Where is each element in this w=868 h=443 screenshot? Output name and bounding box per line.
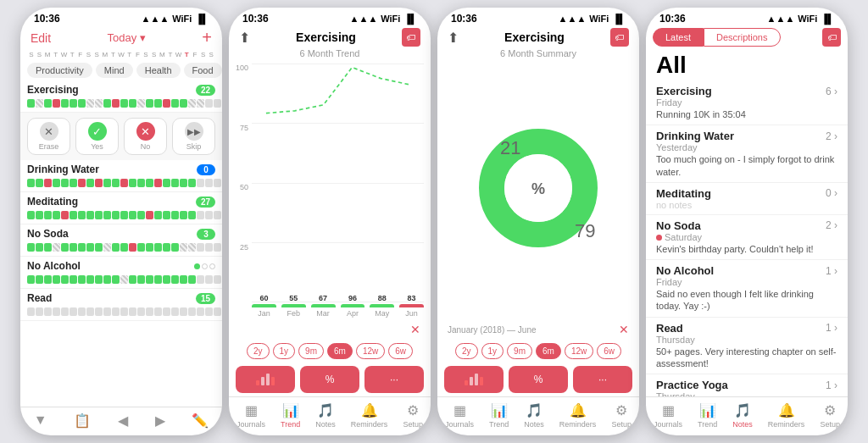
notes-page-title: All [646, 48, 848, 80]
more-button-3[interactable]: ··· [573, 366, 632, 393]
bar-jan: 60 Jan [252, 294, 276, 318]
close-button-2[interactable]: ✕ [410, 323, 420, 336]
skip-button[interactable]: ▶▶ Skip [172, 118, 215, 155]
tab-descriptions[interactable]: Descriptions [704, 28, 781, 47]
time-9m[interactable]: 9m [298, 343, 324, 359]
habit-read[interactable]: Read 15 [20, 289, 222, 321]
percent-button-3[interactable]: % [509, 366, 568, 393]
chart-controls-3: % ··· [437, 363, 639, 396]
habit-meditating[interactable]: Meditating 27 [20, 192, 222, 224]
phone-4: 10:36 ▲▲▲ WiFi ▐▌ Latest Descriptions 🏷 … [646, 8, 848, 435]
nav-reminders-3[interactable]: 🔔 Reminders [559, 402, 597, 429]
tag-button-3[interactable]: 🏷 [610, 28, 629, 47]
time-1y[interactable]: 1y [273, 343, 296, 359]
no-button[interactable]: ✕ No [124, 118, 167, 155]
phone-2: 10:36 ▲▲▲ WiFi ▐▌ ⬆ Exercising 🏷 6 Month… [229, 8, 431, 435]
time-9m-3[interactable]: 9m [507, 343, 532, 359]
time-12w-3[interactable]: 12w [565, 343, 593, 359]
bar-mar: 67 Mar [311, 294, 336, 318]
bar-chart-button[interactable] [236, 366, 295, 393]
skip-icon: ▶▶ [185, 122, 203, 141]
nav-journals-2[interactable]: ▦ Journals [236, 402, 265, 429]
nav-journals-4[interactable]: ▦ Journals [654, 402, 682, 429]
nav-forward[interactable]: ▶ [155, 413, 165, 429]
nav-reminders-2[interactable]: 🔔 Reminders [351, 402, 388, 429]
yes-button[interactable]: ✓ Yes [75, 118, 119, 155]
nav-journals-3[interactable]: ▦ Journals [445, 402, 474, 429]
share-icon-3[interactable]: ⬆ [448, 30, 459, 46]
time-2y[interactable]: 2y [247, 343, 270, 359]
time-12w[interactable]: 12w [356, 343, 385, 359]
tab-latest[interactable]: Latest [653, 28, 704, 47]
today-button[interactable]: Today ▾ [108, 31, 146, 44]
nav-chevron-down[interactable]: ▼ [34, 413, 47, 429]
date-range-text: January (2018) — June [448, 325, 537, 335]
percent-button[interactable]: % [300, 366, 359, 393]
phone3-title: Exercising [504, 30, 565, 44]
date-header: SSMTWTFSSMTWTFSSMTWTFSS [20, 51, 222, 60]
chart-subtitle: 6 Month Trend [229, 47, 431, 60]
filter-mind[interactable]: Mind [96, 63, 133, 78]
phone2-header: ⬆ Exercising 🏷 [229, 26, 431, 47]
tag-button-4[interactable]: 🏷 [822, 28, 841, 47]
nav-setup-2[interactable]: ⚙ Setup [403, 402, 423, 429]
time-6w[interactable]: 6w [388, 343, 413, 359]
nav-edit[interactable]: ✏️ [192, 413, 209, 429]
time-2y-3[interactable]: 2y [455, 343, 478, 359]
nav-setup-4[interactable]: ⚙ Setup [820, 402, 840, 429]
note-no-soda[interactable]: No Soda 2 › Saturday Kevin's birthday pa… [646, 215, 848, 260]
edit-icon: ✏️ [192, 413, 209, 429]
habit-bar-exercising [27, 98, 215, 108]
habit-no-alcohol[interactable]: No Alcohol [20, 257, 222, 289]
habit-drinking-water[interactable]: Drinking Water 0 [20, 160, 222, 192]
erase-button[interactable]: ✕ Erase [27, 118, 70, 155]
nav-trend-3[interactable]: 📊 Trend [489, 402, 509, 429]
more-button[interactable]: ··· [364, 366, 424, 393]
time-6w-3[interactable]: 6w [597, 343, 621, 359]
note-no-alcohol[interactable]: No Alcohol 1 › Friday Said no even thoug… [646, 260, 848, 318]
add-habit-button[interactable]: + [202, 28, 212, 47]
chart-bars-area: 60 Jan 55 Feb 67 Mar 96 [252, 64, 424, 319]
filter-food[interactable]: Food [184, 63, 222, 78]
chevron-down-icon: ▼ [34, 413, 47, 428]
phone3-bottom-nav: ▦ Journals 📊 Trend 🎵 Notes 🔔 Reminders ⚙… [437, 396, 639, 435]
reminders-icon-3: 🔔 [570, 402, 587, 418]
phone1-header: Edit Today ▾ + [20, 26, 222, 51]
note-practice-yoga[interactable]: Practice Yoga 1 › Thursday 60 minutes of… [646, 374, 848, 396]
tag-button[interactable]: 🏷 [402, 28, 420, 47]
habit-no-soda[interactable]: No Soda 3 [20, 224, 222, 257]
note-drinking-water[interactable]: Drinking Water 2 › Yesterday Too much go… [646, 125, 848, 183]
reminders-icon-4: 🔔 [778, 402, 795, 418]
bar-chart-button-3[interactable] [444, 366, 504, 393]
filter-productivity[interactable]: Productivity [27, 63, 92, 78]
nav-notes-2[interactable]: 🎵 Notes [315, 402, 336, 429]
edit-button[interactable]: Edit [31, 31, 51, 45]
share-icon[interactable]: ⬆ [239, 30, 250, 46]
nav-notes-4[interactable]: 🎵 Notes [732, 402, 753, 429]
battery-icon: ▐▌ [195, 14, 209, 24]
nav-notes-3[interactable]: 🎵 Notes [524, 402, 544, 429]
close-button-3[interactable]: ✕ [619, 323, 629, 336]
note-read[interactable]: Read 1 › Thursday 50+ pages. Very intere… [646, 318, 848, 375]
note-exercising[interactable]: Exercising 6 › Friday Running 10K in 35:… [646, 80, 848, 125]
nav-setup-3[interactable]: ⚙ Setup [611, 402, 632, 429]
filter-health[interactable]: Health [136, 63, 181, 78]
note-meditating[interactable]: Meditating 0 › no notes [646, 183, 848, 215]
status-bar-1: 10:36 ▲▲▲ WiFi ▐▌ [20, 8, 222, 26]
filter-pills: Productivity Mind Health Food 1 [20, 60, 222, 80]
time-6m[interactable]: 6m [327, 343, 353, 359]
time-6m-3[interactable]: 6m [536, 343, 561, 359]
chart-area: 100 75 50 25 [229, 60, 431, 319]
bars-container: 60 Jan 55 Feb 67 Mar 96 [252, 64, 424, 319]
date-range-bar-3: January (2018) — June ✕ [437, 319, 639, 340]
nav-trend-2[interactable]: 📊 Trend [281, 402, 300, 429]
nav-reminders-4[interactable]: 🔔 Reminders [768, 402, 805, 429]
habit-exercising[interactable]: Exercising 22 [20, 80, 222, 113]
time-1y-3[interactable]: 1y [481, 343, 504, 359]
nav-trend-4[interactable]: 📊 Trend [698, 402, 717, 429]
nav-journals[interactable]: 📋 [74, 413, 91, 429]
nav-back[interactable]: ◀ [118, 413, 128, 429]
action-row: ✕ Erase ✓ Yes ✕ No ▶▶ Skip [20, 113, 222, 160]
bar-feb: 55 Feb [281, 294, 306, 318]
journals-icon: 📋 [74, 413, 91, 429]
